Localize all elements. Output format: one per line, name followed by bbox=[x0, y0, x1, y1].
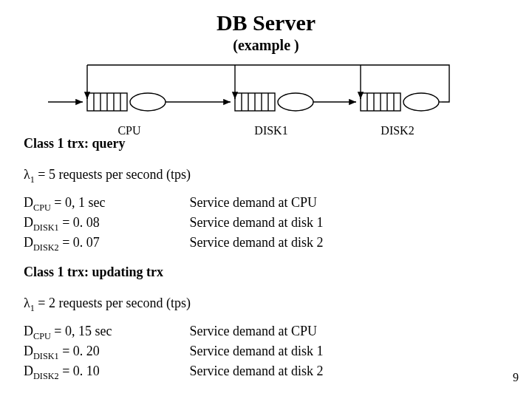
class2-lambda: λ1 = 2 requests per second (tps) bbox=[24, 296, 191, 314]
demand-row: DCPU = 0, 15 sec Service demand at CPU bbox=[24, 322, 323, 342]
svg-point-20 bbox=[403, 93, 439, 111]
d-desc: Service demand at disk 1 bbox=[190, 215, 324, 230]
svg-point-6 bbox=[130, 93, 166, 111]
page-subtitle: (example ) bbox=[0, 37, 532, 54]
demand-row: DDISK2 = 0. 10 Service demand at disk 2 bbox=[24, 362, 323, 382]
d-val: = 0. 07 bbox=[59, 235, 100, 250]
class2-heading: Class 1 trx: updating trx bbox=[24, 265, 163, 280]
d-letter: D bbox=[24, 364, 33, 378]
disk1-label: DISK1 bbox=[245, 124, 297, 137]
d-sub: DISK1 bbox=[33, 222, 59, 233]
d-val: = 0, 15 sec bbox=[51, 324, 112, 338]
demand-row: DDISK1 = 0. 20 Service demand at disk 1 bbox=[24, 342, 323, 362]
d-desc: Service demand at CPU bbox=[190, 195, 317, 210]
lambda-rest: = 5 requests per second (tps) bbox=[35, 167, 191, 182]
class1-lambda: λ1 = 5 requests per second (tps) bbox=[24, 167, 191, 185]
lambda-symbol: λ bbox=[24, 296, 30, 310]
d-letter: D bbox=[24, 195, 33, 210]
d-sub: CPU bbox=[33, 331, 51, 341]
d-val: = 0. 20 bbox=[59, 344, 100, 358]
slide: DB Server (example ) bbox=[0, 0, 532, 399]
class2-demands: DCPU = 0, 15 sec Service demand at CPU D… bbox=[24, 322, 323, 382]
lambda-rest: = 2 requests per second (tps) bbox=[35, 296, 191, 310]
lambda-symbol: λ bbox=[24, 167, 30, 182]
d-sub: DISK2 bbox=[33, 371, 59, 381]
d-letter: D bbox=[24, 344, 33, 358]
d-letter: D bbox=[24, 235, 33, 250]
d-sub: CPU bbox=[33, 202, 51, 213]
disk2-label: DISK2 bbox=[372, 124, 423, 137]
d-letter: D bbox=[24, 215, 33, 230]
demand-row: DDISK1 = 0. 08 Service demand at disk 1 bbox=[24, 214, 323, 233]
d-desc: Service demand at disk 1 bbox=[190, 344, 324, 358]
d-val: = 0. 08 bbox=[59, 215, 100, 230]
demand-row: DDISK2 = 0. 07 Service demand at disk 2 bbox=[24, 233, 323, 253]
class1-heading: Class 1 trx: query bbox=[24, 136, 126, 151]
page-title: DB Server bbox=[0, 10, 532, 35]
demand-row: DCPU = 0, 1 sec Service demand at CPU bbox=[24, 194, 323, 214]
d-sub: DISK1 bbox=[33, 351, 59, 361]
d-val: = 0, 1 sec bbox=[51, 195, 106, 210]
d-val: = 0. 10 bbox=[59, 364, 100, 378]
d-desc: Service demand at disk 2 bbox=[190, 235, 324, 250]
class1-demands: DCPU = 0, 1 sec Service demand at CPU DD… bbox=[24, 194, 323, 253]
d-letter: D bbox=[24, 324, 33, 338]
page-number: 9 bbox=[513, 371, 519, 384]
d-desc: Service demand at CPU bbox=[190, 324, 317, 338]
svg-point-13 bbox=[278, 93, 313, 111]
d-sub: DISK2 bbox=[33, 242, 59, 253]
d-desc: Service demand at disk 2 bbox=[190, 364, 324, 378]
